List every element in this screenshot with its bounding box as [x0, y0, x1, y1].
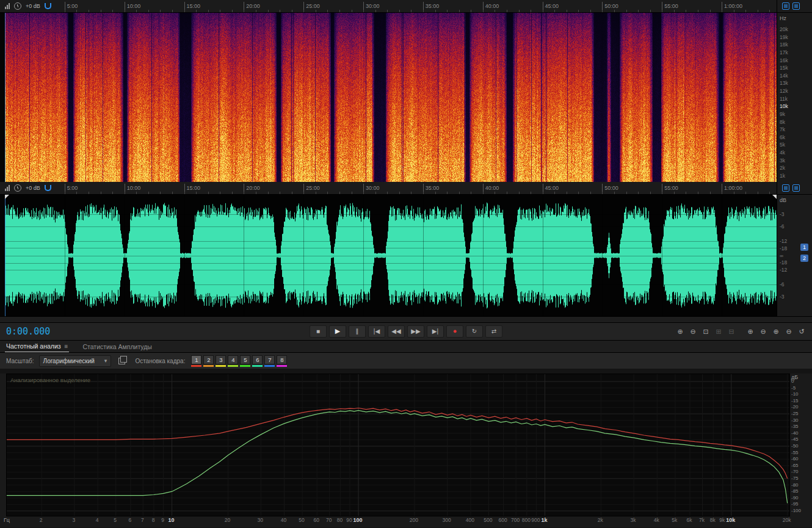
- db-tick-label: -20: [791, 404, 799, 410]
- timeline-tick-label: 30:00: [363, 184, 380, 194]
- waveform-view: [0, 195, 777, 316]
- panel-settings-icon[interactable]: [792, 184, 800, 192]
- panel-toggle-icon[interactable]: [782, 2, 789, 10]
- tab-amplitude-statistics[interactable]: Статистика Амплитуды: [81, 343, 153, 352]
- freq-tick-label: 2k: [598, 517, 603, 523]
- hold-buttons: 12345678: [191, 355, 287, 367]
- playhead[interactable]: [5, 13, 5, 182]
- freq-tick-label: 6k: [687, 517, 692, 523]
- hold-label: Остановка кадра:: [135, 358, 185, 364]
- playhead[interactable]: [5, 195, 5, 316]
- zoom-to-selection-button[interactable]: ⊡: [700, 327, 711, 336]
- hold-button-6[interactable]: 6: [252, 355, 263, 367]
- zoom-in-horizontal-button[interactable]: ⊕: [745, 327, 756, 336]
- db-tick-label: -10: [791, 391, 799, 397]
- loop-playback-button[interactable]: ↻: [466, 325, 483, 338]
- timeline-ruler[interactable]: 5:0010:0015:0020:0025:0030:0035:0040:004…: [5, 182, 777, 194]
- frequency-analysis-panel: Частотный анализ ≡ Статистика Амплитуды …: [0, 341, 812, 527]
- time-display[interactable]: 0:00.000: [6, 326, 50, 337]
- transport-bar: 0:00.000 ■▶∥|◀◀◀▶▶▶|●↻⇄ ⊕⊖⊡⊞⊟⊕⊖⊕⊖↺: [0, 323, 812, 341]
- hold-button-4[interactable]: 4: [228, 355, 238, 367]
- frequency-tick-label: 4k: [780, 150, 785, 156]
- hold-button-7[interactable]: 7: [264, 355, 275, 367]
- panel-toggle-icon[interactable]: [782, 184, 789, 192]
- play-button[interactable]: ▶: [329, 325, 346, 338]
- analysis-tabbar: Частотный анализ ≡ Статистика Амплитуды: [0, 341, 812, 353]
- chevron-down-icon: ▾: [104, 358, 107, 364]
- db-tick-label: -25: [791, 411, 799, 416]
- freq-tick-label: 700: [511, 517, 520, 523]
- clock-icon[interactable]: [14, 184, 21, 192]
- spectrogram-canvas[interactable]: [5, 13, 777, 182]
- waveform-toolbar: +0 dB: [0, 182, 60, 194]
- timeline-tick-label: 45:00: [543, 2, 559, 12]
- zoom-in-button[interactable]: ⊕: [675, 327, 686, 336]
- channel-badge[interactable]: 2: [800, 255, 808, 262]
- rewind-button[interactable]: ◀◀: [388, 325, 405, 338]
- channel-badge[interactable]: 1: [800, 244, 808, 251]
- skip-to-start-button[interactable]: |◀: [368, 325, 385, 338]
- timeline-tick-label: 30:00: [363, 2, 380, 12]
- timeline-tick-label: 10:00: [125, 184, 141, 194]
- freq-tick-label: 4k: [654, 517, 659, 523]
- scale-select[interactable]: Логарифмический ▾: [39, 355, 112, 367]
- db-tick-label: -100: [791, 508, 801, 513]
- frequency-curves: [7, 374, 789, 516]
- freq-tick-label: 5k: [672, 517, 677, 523]
- stop-button[interactable]: ■: [310, 325, 327, 338]
- transport-buttons: ■▶∥|◀◀◀▶▶▶|●↻⇄: [310, 325, 502, 338]
- freq-tick-label: 1k: [541, 517, 547, 523]
- zoom-out-vertical-button[interactable]: ⊖: [783, 327, 794, 336]
- hold-color-bar: [264, 365, 275, 367]
- freq-tick-label: 40: [281, 517, 286, 523]
- spectrogram-view: [0, 13, 777, 182]
- hold-button-3[interactable]: 3: [216, 355, 226, 367]
- pause-button[interactable]: ∥: [349, 325, 366, 338]
- selection-handle-right-icon[interactable]: [772, 195, 777, 199]
- timeline-tick-label: 55:00: [662, 184, 678, 194]
- timeline-ruler[interactable]: 5:0010:0015:0020:0025:0030:0035:0040:004…: [5, 0, 777, 12]
- freq-tick-label: 100: [353, 517, 362, 523]
- levels-icon[interactable]: [5, 185, 10, 191]
- clock-icon[interactable]: [14, 2, 21, 10]
- zoom-reset-button[interactable]: ↺: [796, 327, 807, 336]
- fast-forward-button[interactable]: ▶▶: [407, 325, 424, 338]
- amplitude-unit-label: dB: [780, 197, 786, 203]
- db-tick-label: -6: [780, 223, 785, 230]
- freq-tick-label: 400: [466, 517, 474, 523]
- hold-button-label: 3: [216, 355, 226, 364]
- gain-label[interactable]: +0 dB: [26, 3, 40, 9]
- hold-button-2[interactable]: 2: [203, 355, 214, 367]
- hold-button-8[interactable]: 8: [277, 355, 287, 367]
- panel-menu-icon[interactable]: ≡: [65, 343, 68, 350]
- gain-label[interactable]: +0 dB: [26, 185, 40, 191]
- record-button[interactable]: ●: [446, 325, 463, 338]
- snap-magnet-icon[interactable]: [45, 3, 51, 9]
- hold-button-5[interactable]: 5: [240, 355, 250, 367]
- frequency-tick-label: 10k: [780, 103, 788, 109]
- hold-button-1[interactable]: 1: [191, 355, 201, 367]
- spectrogram-toolbar: +0 dB: [0, 0, 60, 12]
- db-tick-label: -18: [780, 245, 787, 251]
- zoom-out-horizontal-button[interactable]: ⊖: [758, 327, 769, 336]
- freq-tick-label: 6: [128, 517, 131, 523]
- selection-handle-left-icon[interactable]: [5, 195, 9, 199]
- snap-magnet-icon[interactable]: [45, 185, 51, 191]
- timeline-tick-label: 35:00: [423, 2, 440, 12]
- audition-window: 5:0010:0015:0020:0025:0030:0035:0040:004…: [0, 0, 812, 528]
- skip-to-end-button[interactable]: ▶|: [427, 325, 444, 338]
- frequency-graph[interactable]: Анализированное выделение: [6, 374, 790, 516]
- panel-settings-icon[interactable]: [792, 2, 800, 10]
- db-tick-label: -90: [791, 495, 799, 501]
- hold-color-bar: [191, 365, 201, 367]
- zoom-in-vertical-button[interactable]: ⊕: [770, 327, 781, 336]
- skip-selection-button[interactable]: ⇄: [485, 325, 502, 338]
- horizontal-scrollbar[interactable]: [0, 316, 812, 323]
- tab-frequency-analysis[interactable]: Частотный анализ ≡: [5, 342, 69, 352]
- zoom-out-button[interactable]: ⊖: [687, 327, 698, 336]
- waveform-canvas[interactable]: [5, 195, 777, 316]
- levels-icon[interactable]: [5, 3, 10, 9]
- copy-icon[interactable]: [118, 358, 125, 364]
- waveform-panel: 5:0010:0015:0020:0025:0030:0035:0040:004…: [0, 182, 812, 316]
- timeline-tick-label: 10:00: [125, 2, 141, 12]
